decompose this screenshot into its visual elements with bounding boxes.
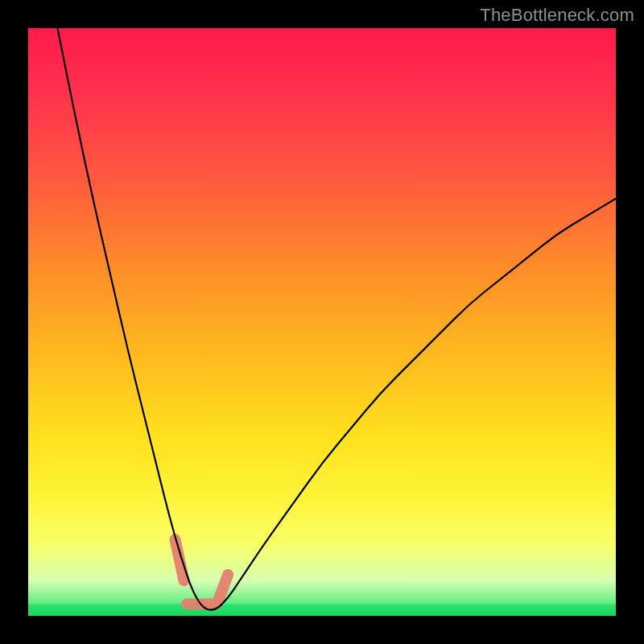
watermark-text: TheBottleneck.com (480, 5, 634, 26)
curve-svg-layer (28, 28, 616, 616)
highlight-group (175, 539, 229, 604)
curve-path (58, 28, 617, 610)
plot-area (28, 28, 616, 616)
highlight-segment (219, 575, 228, 598)
chart-frame: TheBottleneck.com (0, 0, 644, 644)
